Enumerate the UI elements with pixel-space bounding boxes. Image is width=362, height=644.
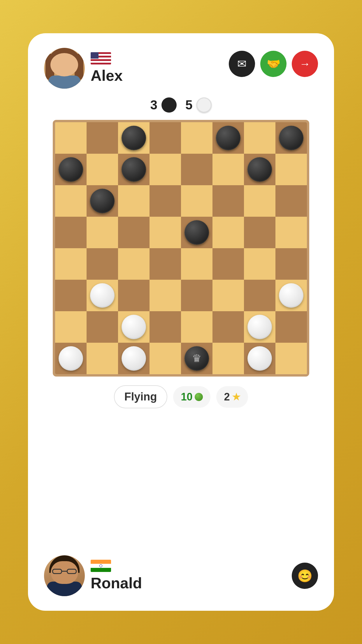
cell-0-5[interactable] xyxy=(212,122,244,154)
piece-black-2-1 xyxy=(90,189,115,213)
board-container xyxy=(44,120,318,377)
stars-value: 2 xyxy=(224,391,230,403)
emoji-button[interactable]: 😊 xyxy=(292,563,318,589)
cell-3-4[interactable] xyxy=(181,217,212,248)
usa-flag xyxy=(91,52,111,64)
cell-0-4[interactable] xyxy=(181,122,212,154)
top-header: Alex ✉ 🤝 → xyxy=(44,48,318,89)
score-row: 3 5 xyxy=(44,97,318,113)
piece-white-7-2 xyxy=(122,346,146,371)
arrow-right-icon: → xyxy=(299,58,310,70)
cell-3-6[interactable] xyxy=(244,217,275,248)
cell-6-0[interactable] xyxy=(55,311,87,343)
cell-7-0[interactable] xyxy=(55,343,87,374)
white-score-num: 5 xyxy=(185,98,192,112)
cell-4-6[interactable] xyxy=(244,248,275,280)
cell-6-7[interactable] xyxy=(275,311,307,343)
cell-4-2[interactable] xyxy=(118,248,150,280)
bottom-player: Ronald 😊 xyxy=(44,555,318,596)
cell-7-6[interactable] xyxy=(244,343,275,374)
cell-0-6[interactable] xyxy=(244,122,275,154)
star-icon: ★ xyxy=(232,391,240,402)
cell-2-2[interactable] xyxy=(118,185,150,217)
white-piece-indicator xyxy=(196,97,212,113)
cell-5-6[interactable] xyxy=(244,280,275,311)
cell-0-3[interactable] xyxy=(150,122,181,154)
cell-6-5[interactable] xyxy=(212,311,244,343)
cell-7-5[interactable] xyxy=(212,343,244,374)
cell-4-5[interactable] xyxy=(212,248,244,280)
cell-5-1[interactable] xyxy=(87,280,118,311)
cell-7-4[interactable] xyxy=(181,343,212,374)
cell-3-0[interactable] xyxy=(55,217,87,248)
cell-6-4[interactable] xyxy=(181,311,212,343)
cell-1-4[interactable] xyxy=(181,154,212,185)
handshake-button[interactable]: 🤝 xyxy=(260,51,287,77)
cell-5-0[interactable] xyxy=(55,280,87,311)
cell-1-1[interactable] xyxy=(87,154,118,185)
coins-tag: 10 xyxy=(173,386,210,408)
cell-2-3[interactable] xyxy=(150,185,181,217)
cell-4-0[interactable] xyxy=(55,248,87,280)
cell-5-2[interactable] xyxy=(118,280,150,311)
cell-3-1[interactable] xyxy=(87,217,118,248)
black-piece-indicator xyxy=(161,97,177,113)
cell-7-7[interactable] xyxy=(275,343,307,374)
cell-0-0[interactable] xyxy=(55,122,87,154)
cell-7-3[interactable] xyxy=(150,343,181,374)
cell-3-7[interactable] xyxy=(275,217,307,248)
piece-black-7-4 xyxy=(184,346,209,371)
ronald-player-info: Ronald xyxy=(44,555,142,596)
cell-4-7[interactable] xyxy=(275,248,307,280)
cell-5-7[interactable] xyxy=(275,280,307,311)
cell-2-0[interactable] xyxy=(55,185,87,217)
cell-1-0[interactable] xyxy=(55,154,87,185)
cell-7-1[interactable] xyxy=(87,343,118,374)
cell-0-2[interactable] xyxy=(118,122,150,154)
game-info-row: Flying 10 2 ★ xyxy=(44,385,318,408)
piece-black-1-0 xyxy=(59,157,83,182)
top-player-info: Alex xyxy=(44,48,123,89)
game-card: Alex ✉ 🤝 → 3 5 Flyin xyxy=(28,33,334,611)
game-mode-tag: Flying xyxy=(114,385,168,408)
cell-1-6[interactable] xyxy=(244,154,275,185)
cell-0-7[interactable] xyxy=(275,122,307,154)
cell-5-3[interactable] xyxy=(150,280,181,311)
cell-6-6[interactable] xyxy=(244,311,275,343)
piece-black-1-6 xyxy=(247,157,272,182)
coin-icon xyxy=(195,393,203,401)
cell-6-2[interactable] xyxy=(118,311,150,343)
cell-4-1[interactable] xyxy=(87,248,118,280)
cell-2-1[interactable] xyxy=(87,185,118,217)
alex-flag-name: Alex xyxy=(91,52,123,84)
cell-1-2[interactable] xyxy=(118,154,150,185)
cell-2-7[interactable] xyxy=(275,185,307,217)
cell-6-1[interactable] xyxy=(87,311,118,343)
piece-white-5-7 xyxy=(279,283,303,308)
cell-2-6[interactable] xyxy=(244,185,275,217)
cell-3-2[interactable] xyxy=(118,217,150,248)
cell-1-7[interactable] xyxy=(275,154,307,185)
cell-4-4[interactable] xyxy=(181,248,212,280)
alex-avatar xyxy=(44,48,85,89)
cell-3-3[interactable] xyxy=(150,217,181,248)
ronald-flag-name: Ronald xyxy=(91,560,142,592)
cell-7-2[interactable] xyxy=(118,343,150,374)
alex-name: Alex xyxy=(91,67,123,84)
cell-3-5[interactable] xyxy=(212,217,244,248)
arrow-button[interactable]: → xyxy=(292,51,318,77)
cell-5-4[interactable] xyxy=(181,280,212,311)
cell-4-3[interactable] xyxy=(150,248,181,280)
piece-black-0-5 xyxy=(216,126,240,150)
cell-1-3[interactable] xyxy=(150,154,181,185)
cell-5-5[interactable] xyxy=(212,280,244,311)
cell-2-5[interactable] xyxy=(212,185,244,217)
stars-tag: 2 ★ xyxy=(216,386,248,408)
cell-2-4[interactable] xyxy=(181,185,212,217)
piece-black-0-7 xyxy=(279,126,303,150)
cell-0-1[interactable] xyxy=(87,122,118,154)
black-score-num: 3 xyxy=(150,98,157,112)
cell-6-3[interactable] xyxy=(150,311,181,343)
mail-button[interactable]: ✉ xyxy=(229,51,255,77)
cell-1-5[interactable] xyxy=(212,154,244,185)
